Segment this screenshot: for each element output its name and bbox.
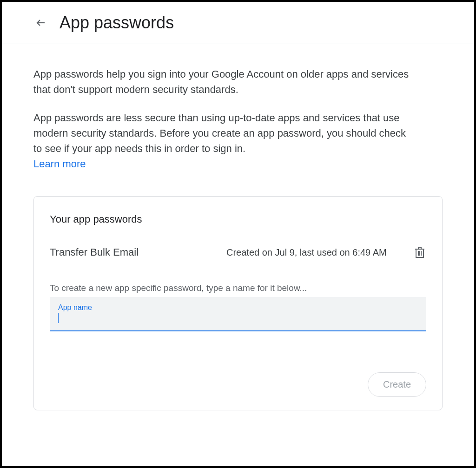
- page-header: App passwords: [2, 2, 474, 44]
- create-hint: To create a new app specific password, t…: [50, 283, 426, 293]
- content-area: App passwords help you sign into your Go…: [2, 44, 474, 410]
- learn-more-link[interactable]: Learn more: [33, 158, 86, 170]
- password-row: Transfer Bulk Email Created on Jul 9, la…: [50, 246, 426, 259]
- create-button[interactable]: Create: [368, 372, 426, 397]
- button-row: Create: [50, 372, 426, 397]
- back-button[interactable]: [35, 17, 46, 28]
- password-meta: Created on Jul 9, last used on 6:49 AM: [226, 247, 413, 258]
- input-label: App name: [58, 303, 418, 312]
- page-title: App passwords: [60, 13, 174, 33]
- password-name: Transfer Bulk Email: [50, 246, 226, 258]
- card-title: Your app passwords: [50, 213, 426, 225]
- arrow-left-icon: [35, 17, 46, 28]
- app-passwords-card: Your app passwords Transfer Bulk Email C…: [33, 196, 443, 410]
- warning-text: App passwords are less secure than using…: [33, 110, 415, 156]
- trash-icon: [414, 246, 425, 258]
- app-name-input-wrapper[interactable]: App name: [50, 297, 426, 331]
- delete-button[interactable]: [413, 246, 426, 259]
- description-text: App passwords help you sign into your Go…: [33, 66, 415, 97]
